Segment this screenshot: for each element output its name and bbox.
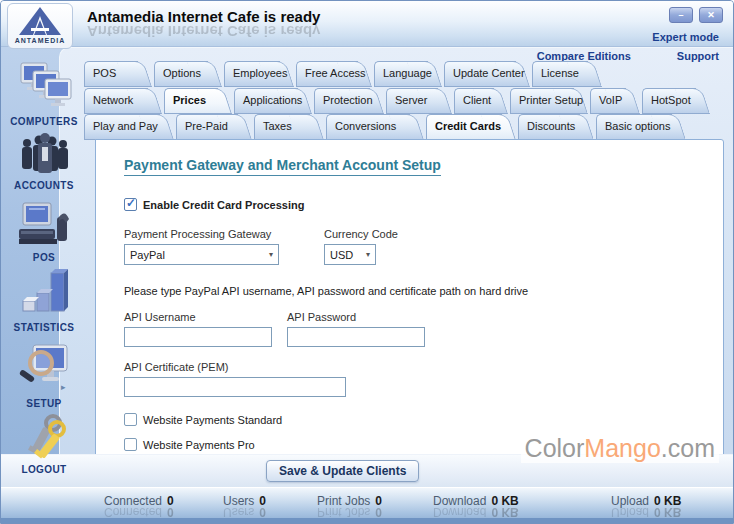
tab-row-2: Network Prices Applications Protection S… [84,88,712,114]
currency-value: USD [330,249,353,261]
status-upload: Upload0 KB Upload0 KB [611,494,681,519]
tab-pos[interactable]: POS [84,61,154,87]
minimize-button[interactable]: – [669,7,693,23]
window-controls: – ✕ [669,7,723,23]
currency-select[interactable]: USD ▾ [324,244,376,265]
expert-mode-link[interactable]: Expert mode [652,31,719,43]
enable-processing-label: Enable Credit Card Processing [143,199,304,211]
api-username-field-wrap: API Username [124,311,272,347]
status-connected: Connected0 Connected0 [104,494,174,519]
subtab-conversions[interactable]: Conversions [326,114,426,140]
api-username-label: API Username [124,311,272,323]
subtab-play-and-pay[interactable]: Play and Pay [84,114,176,140]
logo-text: ANTAMEDIA [15,37,65,44]
main-area: Compare Editions Support POS Options Emp… [59,47,733,487]
tab-hotspot[interactable]: HotSpot [642,88,712,114]
tab-license[interactable]: License [532,61,604,87]
api-password-input[interactable] [287,327,425,347]
page-title: Payment Gateway and Merchant Account Set… [124,157,441,176]
colormango-watermark: ColorMango.com [521,434,719,463]
payments-pro-checkbox[interactable] [124,438,137,451]
status-download: Download0 KB Download0 KB [433,494,519,519]
gateway-currency-row: Payment Processing Gateway PayPal ▾ Curr… [124,228,723,265]
sidebar-item-logout[interactable]: LOGOUT [1,413,87,475]
tab-prices[interactable]: Prices [164,88,234,114]
credit-cards-panel: Payment Gateway and Merchant Account Set… [95,139,724,457]
subtab-credit-cards[interactable]: Credit Cards [426,114,518,140]
tab-free-access[interactable]: Free Access [296,61,374,87]
close-button[interactable]: ✕ [699,7,723,23]
payments-standard-row: Website Payments Standard [124,413,723,426]
tab-network[interactable]: Network [84,88,164,114]
paypal-instruction-text: Please type PayPal API username, API pas… [124,285,723,297]
subtab-row: Play and Pay Pre-Paid Taxes Conversions … [84,114,688,140]
enable-processing-checkbox[interactable] [124,198,137,211]
tab-protection[interactable]: Protection [314,88,386,114]
pos-icon [15,199,73,251]
title-bar: Antamedia Internet Cafe is ready Antamed… [1,1,733,47]
api-password-field-wrap: API Password [287,311,425,347]
tab-client[interactable]: Client [454,88,510,114]
title-wrap: Antamedia Internet Cafe is ready Antamed… [87,8,320,40]
sidebar-item-setup[interactable]: SETUP [1,339,87,409]
gateway-field: Payment Processing Gateway PayPal ▾ [124,228,279,265]
api-username-input[interactable] [124,327,272,347]
logo-triangle-icon [17,6,63,36]
app-window: Antamedia Internet Cafe is ready Antamed… [0,0,734,524]
tab-language[interactable]: Language [374,61,444,87]
computers-icon [15,59,73,115]
api-certificate-input[interactable] [124,377,346,397]
status-print-jobs: Print Jobs0 Print Jobs0 [317,494,382,519]
antamedia-logo: ANTAMEDIA [7,3,73,49]
sidebar-item-statistics[interactable]: STATISTICS [1,265,87,333]
subtab-taxes[interactable]: Taxes [254,114,326,140]
tab-printer-setup[interactable]: Printer Setup [510,88,590,114]
tab-voip[interactable]: VoIP [590,88,642,114]
currency-field: Currency Code USD ▾ [324,228,398,265]
api-certificate-label: API Certificate (PEM) [124,361,723,373]
accounts-icon [15,131,73,179]
subtab-discounts[interactable]: Discounts [518,114,596,140]
tab-applications[interactable]: Applications [234,88,314,114]
support-link[interactable]: Support [677,50,719,62]
gateway-select[interactable]: PayPal ▾ [124,244,279,265]
payments-standard-checkbox[interactable] [124,413,137,426]
tab-employees[interactable]: Employees [224,61,296,87]
sidebar-item-accounts[interactable]: ACCOUNTS [1,131,87,191]
gateway-label: Payment Processing Gateway [124,228,279,240]
tab-update-center[interactable]: Update Center [444,61,532,87]
gateway-value: PayPal [130,249,165,261]
api-certificate-field-wrap: API Certificate (PEM) [124,361,723,397]
currency-label: Currency Code [324,228,398,240]
tab-options[interactable]: Options [154,61,224,87]
window-title: Antamedia Internet Cafe is ready [87,8,320,25]
payments-standard-label: Website Payments Standard [143,414,282,426]
chevron-down-icon: ▾ [269,250,273,259]
window-title-reflection: Antamedia Internet Cafe is ready [87,23,320,40]
status-bar: Connected0 Connected0 Users0 Users0 Prin… [1,487,733,523]
api-password-label: API Password [287,311,425,323]
tab-row-1: POS Options Employees Free Access Langua… [84,61,604,87]
payments-pro-label: Website Payments Pro [143,439,255,451]
sidebar-item-pos[interactable]: POS [1,199,87,263]
logout-icon [15,413,73,463]
sidebar: COMPUTERS ACCOUNTS POS [1,51,59,487]
sidebar-item-computers[interactable]: COMPUTERS [1,59,87,127]
enable-processing-row: Enable Credit Card Processing [124,198,723,211]
subtab-basic-options[interactable]: Basic options [596,114,688,140]
api-credentials-row: API Username API Password [124,311,723,347]
statistics-icon [15,265,73,321]
sidebar-expander-icon[interactable]: ▸ [61,382,66,392]
status-users: Users0 Users0 [223,494,266,519]
save-update-clients-button[interactable]: Save & Update Clients [266,460,419,482]
chevron-down-icon: ▾ [366,250,370,259]
subtab-pre-paid[interactable]: Pre-Paid [176,114,254,140]
tab-server[interactable]: Server [386,88,454,114]
